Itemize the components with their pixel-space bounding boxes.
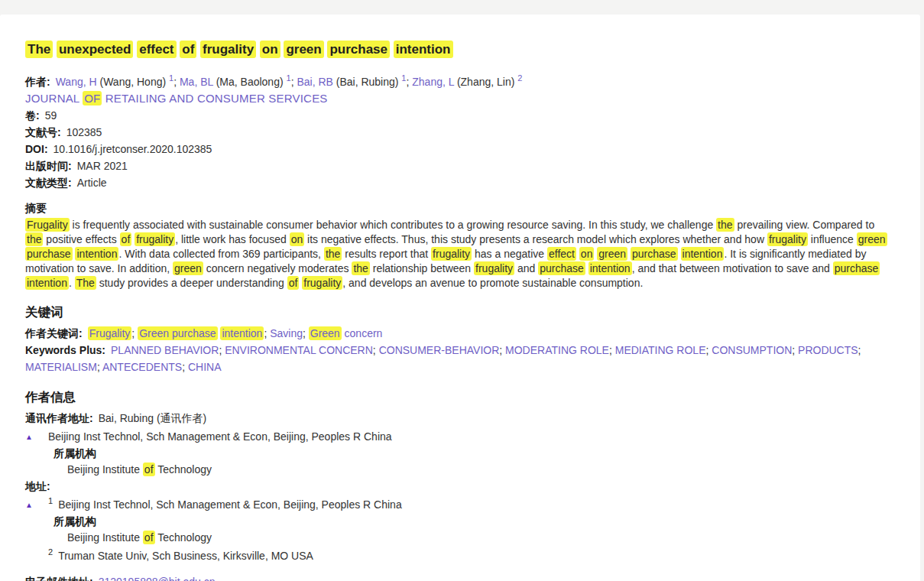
collapse-triangle-icon[interactable]: ▲ — [25, 429, 48, 446]
highlighted-term: intention — [588, 261, 632, 275]
article-number-value: 102385 — [66, 126, 102, 138]
abstract-text: Frugality is frequently associated with … — [25, 218, 891, 290]
text-segment: influence — [808, 233, 857, 245]
keyword-plus-link[interactable]: PLANNED BEHAVIOR — [111, 344, 219, 356]
text-segment: study provides a deeper understanding — [96, 277, 287, 289]
address-line-2: 2Truman State Univ, Sch Business, Kirksv… — [25, 547, 891, 564]
meta-doc-type: 文献类型:Article — [25, 174, 891, 191]
doc-type-value: Article — [77, 177, 107, 189]
article-number-label: 文献号: — [25, 126, 61, 138]
email-label: 电子邮件地址: — [25, 576, 93, 581]
text-segment: , little work has focused — [175, 233, 289, 245]
keyword-plus-link[interactable]: MEDIATING ROLE — [615, 344, 706, 356]
highlighted-term: of — [143, 531, 155, 544]
email-link[interactable]: 3120195808@bit.edu.cn — [99, 576, 216, 581]
address-line-1: ▲1Beijing Inst Technol, Sch Management &… — [25, 496, 891, 514]
author-link[interactable]: Ma, BL — [180, 76, 213, 88]
highlighted-term: the — [716, 218, 734, 232]
author-link[interactable]: Zhang, L — [412, 76, 454, 88]
keyword-link[interactable]: Frugality — [88, 326, 132, 340]
journal-link[interactable]: RETAILING AND CONSUMER SERVICES — [102, 92, 327, 105]
volume-value: 59 — [45, 109, 57, 122]
keyword-plus-link[interactable]: CONSUMPTION — [712, 344, 792, 356]
text-segment — [678, 248, 681, 260]
text-segment: and — [514, 262, 538, 274]
email-line: 电子邮件地址:3120195808@bit.edu.cn — [25, 573, 891, 581]
collapse-triangle-icon[interactable]: ▲ — [25, 497, 48, 514]
highlighted-term: unexpected — [57, 41, 133, 58]
highlighted-term: frugality — [200, 41, 256, 58]
highlighted-term: The — [75, 276, 96, 290]
text-segment: concern negatively moderates — [203, 262, 352, 274]
highlighted-term: green — [284, 41, 323, 58]
highlighted-term: effect — [547, 247, 576, 261]
organization-label: 所属机构 — [53, 446, 891, 462]
highlighted-term: frugality — [474, 261, 514, 275]
keyword-link[interactable]: Green purchase — [138, 326, 217, 340]
text-segment: ; — [303, 327, 309, 339]
doi-value: 10.1016/j.jretconser.2020.102385 — [53, 143, 212, 155]
keyword-link[interactable]: Green — [309, 326, 342, 340]
highlighted-term: Frugality — [25, 218, 70, 232]
text-segment: , and that between motivation to save an… — [632, 262, 833, 274]
organization-label: 所属机构 — [53, 514, 891, 530]
meta-article-number: 文献号:102385 — [25, 124, 891, 141]
highlighted-term: of — [143, 463, 155, 476]
keyword-plus-link[interactable]: CHINA — [188, 361, 222, 373]
article-detail-panel: The unexpected effect of frugality on gr… — [0, 15, 920, 581]
keywords-section-heading: 关键词 — [25, 303, 891, 320]
highlighted-term: frugality — [135, 232, 175, 246]
journal-link[interactable]: OF — [83, 91, 102, 105]
highlighted-term: purchase — [538, 261, 585, 275]
address-number: 2 — [48, 547, 53, 557]
keyword-link[interactable]: intention — [220, 326, 264, 340]
keyword-plus-link[interactable]: ENVIRONMENTAL CONCERN — [225, 344, 373, 356]
highlighted-term: intention — [394, 41, 453, 58]
text-segment: ; — [173, 76, 180, 88]
highlighted-term: effect — [137, 41, 176, 58]
text-segment: is frequently associated with sustainabl… — [70, 219, 716, 231]
reprint-address-line: ▲Beijing Inst Technol, Sch Management & … — [25, 428, 891, 446]
text-segment: (Bai, Rubing) — [333, 76, 401, 88]
address-number: 1 — [48, 496, 53, 505]
journal-link[interactable]: JOURNAL OF RETAILING AND CONSUMER SERVIC… — [25, 90, 891, 107]
reprint-address-text: Beijing Inst Technol, Sch Management & E… — [48, 430, 392, 443]
keyword-link[interactable]: concern — [342, 327, 383, 339]
text-segment: (Zhang, Lin) — [454, 76, 517, 88]
highlighted-term: of — [287, 276, 300, 290]
text-segment: Technology — [155, 531, 212, 544]
text-segment: ; — [131, 327, 138, 339]
keyword-plus-link[interactable]: ANTECEDENTS — [102, 361, 182, 373]
pub-date-label: 出版时间: — [25, 160, 72, 172]
address-block-1: ▲1Beijing Inst Technol, Sch Management &… — [25, 496, 891, 546]
organization-name: Beijing Institute of Technology — [67, 462, 891, 478]
address-text: Truman State Univ, Sch Business, Kirksvi… — [58, 550, 313, 562]
keyword-plus-link[interactable]: CONSUMER-BEHAVIOR — [379, 344, 500, 356]
meta-pub-date: 出版时间:MAR 2021 — [25, 157, 891, 174]
text-segment: (Wang, Hong) — [97, 76, 169, 88]
author-info-section-heading: 作者信息 — [25, 388, 891, 405]
highlighted-term: frugality — [767, 232, 808, 246]
text-segment: ; — [219, 344, 225, 356]
highlighted-term: green — [857, 232, 887, 246]
highlighted-term: frugality — [431, 247, 472, 261]
highlighted-term: frugality — [302, 276, 342, 290]
text-segment: . — [69, 277, 75, 289]
author-link[interactable]: Wang, H — [56, 76, 97, 88]
journal-link[interactable]: JOURNAL — [25, 92, 83, 105]
highlighted-term: on — [579, 247, 595, 261]
highlighted-term: on — [290, 232, 305, 246]
author-link[interactable]: Bai, RB — [297, 76, 332, 88]
authors-label: 作者: — [25, 76, 50, 88]
text-segment: . With data collected from 369 participa… — [118, 248, 323, 260]
doc-type-label: 文献类型: — [25, 177, 72, 189]
keywords-plus-line: Keywords Plus:PLANNED BEHAVIOR; ENVIRONM… — [25, 342, 891, 375]
keywords-plus-list: PLANNED BEHAVIOR; ENVIRONMENTAL CONCERN;… — [25, 344, 861, 373]
highlighted-term: intention — [75, 247, 118, 261]
highlighted-term: of — [180, 41, 196, 58]
keyword-plus-link[interactable]: MODERATING ROLE — [505, 344, 609, 356]
keyword-plus-link[interactable]: PRODUCTS — [798, 344, 858, 356]
text-segment: has a negative — [472, 248, 547, 260]
keyword-plus-link[interactable]: MATERIALISM — [25, 361, 97, 373]
keyword-link[interactable]: Saving — [270, 327, 303, 339]
